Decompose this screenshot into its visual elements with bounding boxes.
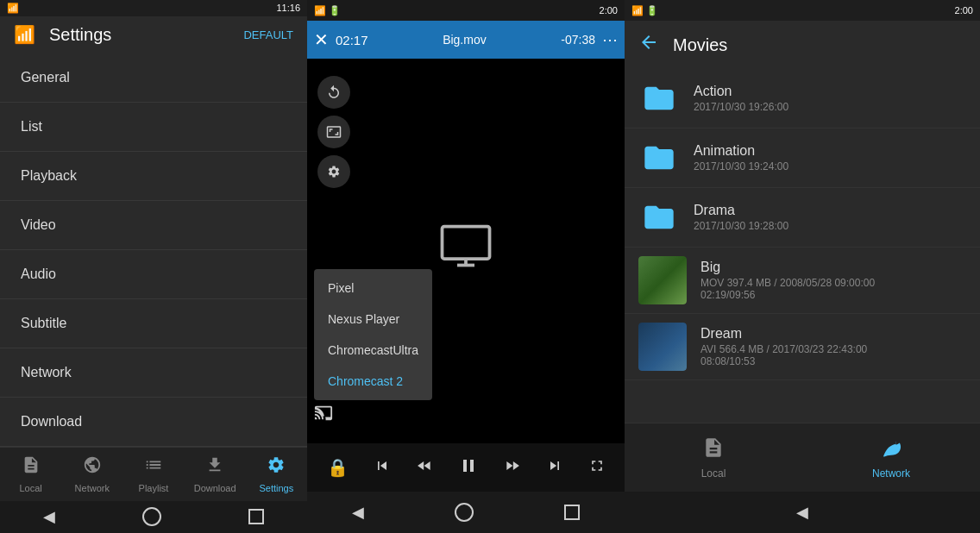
movies-tab-network[interactable]: Network [857,436,926,480]
movies-local-icon [702,436,725,464]
movies-thumb-big [638,256,687,304]
network-icon [83,455,102,480]
player-video-area: Pixel Nexus Player ChromecastUltra Chrom… [307,59,625,443]
settings-status-bar: 📶 11:16 [0,0,307,16]
settings-tab-settings[interactable]: Settings [250,455,302,493]
settings-item-audio[interactable]: Audio [0,250,307,299]
player-side-controls [317,76,350,188]
lock-button[interactable]: 🔒 [327,457,349,478]
player-status-icons: 📶 🔋 [314,5,341,16]
movies-folder-drama[interactable]: Drama 2017/10/30 19:28:00 [625,188,980,248]
settings-default-label[interactable]: DEFAULT [243,28,293,41]
movies-system-bar: ◀ [625,492,980,533]
settings-item-list[interactable]: List [0,103,307,152]
settings-item-playback[interactable]: Playback [0,152,307,201]
movies-list: Action 2017/10/30 19:26:00 Animation 201… [625,69,980,423]
svg-rect-0 [443,227,490,260]
movies-file-dream-info: Dream AVI 566.4 MB / 2017/03/23 22:43:00… [700,326,966,367]
movies-title: Movies [673,35,727,55]
aspect-ratio-button[interactable] [317,116,350,148]
settings-item-video[interactable]: Video [0,201,307,250]
movies-status-time: 2:00 [955,5,973,16]
folder-icon [638,137,680,179]
settings-bottom-bar: Local Network Playlist Download Settings [0,447,307,500]
player-top-bar: ✕ 02:17 Big.mov -07:38 ⋯ [307,21,625,59]
settings-tab-playlist[interactable]: Playlist [128,455,179,493]
skip-to-end-button[interactable] [546,457,563,479]
movies-panel: 📶 🔋 2:00 Movies Action 2017/10/30 19:26:… [625,0,980,533]
cast-item-chromecastultra[interactable]: ChromecastUltra [314,335,432,366]
settings-tab-local[interactable]: Local [5,455,57,493]
recents-button[interactable] [248,509,264,524]
movies-bottom-bar: Local Network [625,423,980,492]
skip-to-start-button[interactable] [374,457,391,479]
settings-system-bar: ◀ [0,501,307,533]
player-time: 2:00 [600,5,618,16]
cast-item-nexus[interactable]: Nexus Player [314,304,432,335]
wifi-status-icon: 📶 [7,3,19,14]
settings-tab-download[interactable]: Download [189,455,241,493]
local-icon [22,455,41,480]
folder-icon [638,197,680,238]
cast-item-chromecast2[interactable]: Chromecast 2 [314,366,432,397]
movies-network-icon [880,436,902,464]
fast-rewind-button[interactable] [416,457,433,479]
player-system-bar: ◀ [307,492,625,533]
player-remaining-time: -07:38 [561,33,595,47]
settings-panel: 📶 11:16 📶 Settings DEFAULT General List … [0,0,307,533]
settings-item-network[interactable]: Network [0,348,307,398]
movies-header: Movies [625,21,980,69]
movies-thumb-dream [638,323,687,371]
settings-item-download[interactable]: Download [0,398,307,447]
cast-item-pixel[interactable]: Pixel [314,273,432,304]
movies-back-sys-button[interactable]: ◀ [796,503,808,522]
cast-button[interactable] [314,406,333,425]
movies-file-big[interactable]: Big MOV 397.4 MB / 2008/05/28 09:00:00 0… [625,248,980,314]
status-left-icons: 📶 [7,3,19,14]
movies-folder-action-info: Action 2017/10/30 19:26:00 [694,84,966,113]
movies-status-left: 📶 🔋 [631,5,658,16]
player-home-button[interactable] [455,503,474,522]
player-status-bar: 📶 🔋 2:00 [307,0,625,21]
movies-folder-animation[interactable]: Animation 2017/10/30 19:24:00 [625,129,980,188]
player-menu-button[interactable]: ⋯ [602,30,618,49]
cast-overlay: Pixel Nexus Player ChromecastUltra Chrom… [314,403,333,426]
player-settings-button[interactable] [317,155,350,188]
download-icon [205,455,224,480]
movies-back-button[interactable] [638,32,659,58]
movies-file-dream[interactable]: Dream AVI 566.4 MB / 2017/03/23 22:43:00… [625,314,980,380]
folder-icon [638,78,680,119]
pause-button[interactable] [458,455,479,480]
cast-dropdown: Pixel Nexus Player ChromecastUltra Chrom… [314,269,432,400]
home-button[interactable] [142,507,161,526]
settings-title: Settings [49,25,229,45]
player-bottom-controls: 🔒 [307,443,625,492]
player-current-time: 02:17 [336,33,368,47]
movies-tab-local[interactable]: Local [679,436,748,480]
player-status-left: 📶 🔋 [314,5,341,16]
player-close-button[interactable]: ✕ [314,29,329,50]
status-time: 11:16 [276,3,300,13]
player-recents-button[interactable] [564,505,580,520]
rotate-button[interactable] [317,76,350,109]
settings-tab-network[interactable]: Network [66,455,118,493]
settings-header: 📶 Settings DEFAULT [0,16,307,54]
movies-status-icons: 📶 🔋 [631,5,658,16]
settings-wifi-icon: 📶 [14,24,35,45]
settings-icon [267,455,286,480]
player-back-button[interactable]: ◀ [352,503,364,522]
settings-item-general[interactable]: General [0,53,307,103]
cast-to-screen-icon [440,224,492,278]
settings-time: 11:16 [276,3,300,13]
movies-folder-drama-info: Drama 2017/10/30 19:28:00 [694,203,966,232]
movies-folder-animation-info: Animation 2017/10/30 19:24:00 [694,143,966,172]
back-button[interactable]: ◀ [43,507,55,526]
player-panel: 📶 🔋 2:00 ✕ 02:17 Big.mov -07:38 ⋯ [307,0,625,533]
settings-nav: General List Playback Video Audio Subtit… [0,53,307,447]
settings-item-subtitle[interactable]: Subtitle [0,299,307,348]
fullscreen-button[interactable] [588,457,606,479]
playlist-icon [144,455,163,480]
movies-folder-action[interactable]: Action 2017/10/30 19:26:00 [625,69,980,129]
fast-forward-button[interactable] [504,457,521,479]
player-status-time: 2:00 [600,5,618,16]
